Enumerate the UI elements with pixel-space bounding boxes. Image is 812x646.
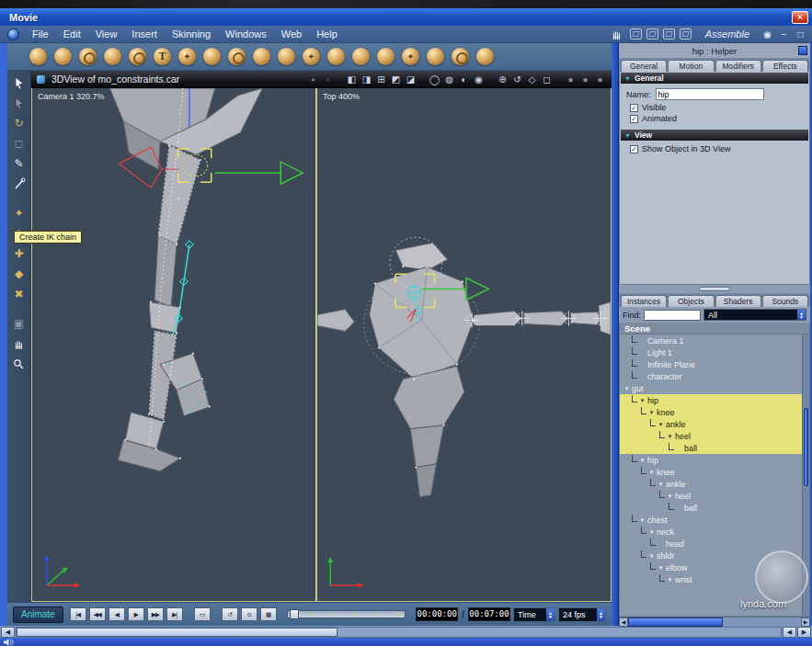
scale-tool-icon[interactable]: ◻ <box>11 136 28 151</box>
find-input[interactable] <box>644 310 701 321</box>
bone-add-tool-icon[interactable]: ✦ <box>11 206 28 221</box>
shade-flat-icon[interactable]: ◐ <box>458 74 470 85</box>
hand-mode-icon[interactable] <box>609 27 625 41</box>
frame-forward-button[interactable]: ▶▶ <box>147 607 164 621</box>
show-object-row[interactable]: Show Object in 3D View <box>621 143 808 154</box>
fps-combo[interactable]: 24 fps ▲▼ <box>558 607 606 622</box>
animated-row[interactable]: Animated <box>621 113 808 124</box>
minimize-icon[interactable]: − <box>778 29 790 40</box>
camera-view-canvas[interactable] <box>32 88 315 601</box>
window-horizontal-scrollbar[interactable]: ◀ ◀ ▶ <box>0 626 812 638</box>
axis-rotate-icon[interactable]: ⊕ <box>497 74 509 85</box>
tree-item[interactable]: Light 1 <box>620 346 802 358</box>
menu-item[interactable]: File <box>25 27 56 41</box>
create-ik-chain-tool-icon[interactable] <box>11 176 28 191</box>
render-mode-1-icon[interactable]: ● <box>565 74 577 85</box>
droplet-tool-icon[interactable] <box>278 48 295 65</box>
tree-item[interactable]: elbow <box>620 561 802 573</box>
menu-item[interactable]: Windows <box>218 27 274 41</box>
title-bar[interactable]: Movie ✕ <box>0 8 812 26</box>
timeline-slider-thumb[interactable] <box>290 609 299 619</box>
menu-item[interactable]: View <box>88 27 125 41</box>
bound-box-icon[interactable]: ◇ <box>526 74 538 85</box>
tree-expand-arrow[interactable] <box>666 492 674 501</box>
bone-delete-tool-icon[interactable]: ✖ <box>11 287 28 301</box>
show-object-checkbox[interactable] <box>630 145 638 153</box>
tree-expand-arrow[interactable] <box>638 348 646 357</box>
sphere-tool-icon[interactable] <box>29 48 47 65</box>
bone-mode-icon[interactable] <box>663 28 675 40</box>
window-scroll-right-icon[interactable]: ▶ <box>797 627 811 638</box>
browser-tab[interactable]: Sounds <box>762 295 808 307</box>
go-to-start-button[interactable]: |◀ <box>70 607 86 621</box>
pan-tool-icon[interactable] <box>11 336 28 351</box>
film-camera-tool-icon[interactable] <box>377 48 395 65</box>
view-section-header[interactable]: ▼ View <box>621 130 808 141</box>
properties-tab[interactable]: General <box>621 60 667 72</box>
menu-item[interactable]: Skinning <box>165 27 218 41</box>
render-mode-3-icon[interactable]: ● <box>594 74 606 85</box>
tree-item[interactable]: Camera 1 <box>620 334 802 346</box>
panel-horizontal-scrollbar[interactable]: ◀ ▶ <box>619 617 810 626</box>
lathe-tool-icon[interactable] <box>54 48 72 65</box>
blossom-tool-icon[interactable] <box>303 48 320 65</box>
play-backward-button[interactable]: ◀ <box>109 607 125 621</box>
animated-checkbox[interactable] <box>630 115 638 123</box>
pen-mode-icon[interactable] <box>646 28 658 40</box>
menu-item[interactable]: Help <box>309 27 345 41</box>
tree-expand-arrow[interactable] <box>638 336 646 346</box>
tree-expand-arrow[interactable] <box>657 539 665 549</box>
tree-item[interactable]: heel <box>620 430 802 442</box>
shade-wireframe-icon[interactable]: ◯ <box>429 74 440 85</box>
window-scroll-left2-icon[interactable]: ◀ <box>783 627 796 638</box>
tree-item[interactable]: heel <box>620 490 802 502</box>
fps-spinner[interactable]: ▲▼ <box>597 608 605 621</box>
scroll-left-icon[interactable]: ◀ <box>619 618 628 627</box>
view-option-a-icon[interactable]: ▪ <box>307 74 319 85</box>
filter-combo[interactable]: All ▲▼ <box>703 309 806 321</box>
tree-expand-arrow[interactable] <box>638 372 646 381</box>
key-mode-button[interactable]: ↺ <box>222 607 238 621</box>
text-tool-icon[interactable] <box>154 48 171 65</box>
onion-skin-button[interactable]: ⊙ <box>241 607 257 621</box>
layout-quad-icon[interactable]: ⊞ <box>375 74 387 85</box>
tree-expand-arrow[interactable] <box>657 563 665 572</box>
tree-item[interactable]: ball <box>620 502 802 514</box>
select-tool-icon[interactable] <box>11 75 28 90</box>
animate-button[interactable]: Animate <box>13 606 63 623</box>
cube-mode-icon[interactable] <box>680 28 692 40</box>
current-time-field[interactable]: 00:00:00 <box>416 607 458 621</box>
panel-splitter-frame[interactable] <box>612 43 618 626</box>
top-view-canvas[interactable] <box>317 88 611 601</box>
end-time-field[interactable]: 00:07:00 <box>468 607 510 621</box>
layout-wide-icon[interactable]: ◪ <box>405 74 417 85</box>
tree-item[interactable]: ball <box>620 442 802 454</box>
lasso-mode-icon[interactable] <box>630 28 642 40</box>
bone-tool-icon[interactable] <box>476 48 494 65</box>
browser-tab[interactable]: Instances <box>621 295 667 307</box>
browser-tab[interactable]: Objects <box>668 295 714 307</box>
tree-item[interactable]: knee <box>620 406 802 418</box>
terrain-tool-icon[interactable] <box>203 48 221 65</box>
go-to-end-button[interactable]: ▶| <box>166 607 183 621</box>
lights-tool-icon[interactable] <box>402 48 419 65</box>
tree-expand-arrow[interactable] <box>666 432 674 441</box>
layout-three-icon[interactable]: ◩ <box>390 74 402 85</box>
section-collapse-icon[interactable]: ▼ <box>624 75 631 82</box>
camera-view-tool-icon[interactable]: ▣ <box>11 316 28 331</box>
tree-item[interactable]: chest <box>620 514 802 526</box>
tree-item[interactable]: wrist <box>620 573 802 585</box>
cone-tool-icon[interactable] <box>327 48 345 65</box>
camera-viewport[interactable]: Camera 1 320.7% <box>32 88 317 601</box>
bone-detach-tool-icon[interactable]: ◆ <box>11 266 28 281</box>
ground-grid-icon[interactable]: ◻ <box>541 74 553 85</box>
edit-tool-icon[interactable]: ✎ <box>11 156 28 171</box>
tree-expand-arrow[interactable] <box>675 444 683 453</box>
tree-expand-arrow[interactable] <box>657 420 665 429</box>
tree-item[interactable]: hip <box>620 394 802 406</box>
time-mode-combo[interactable]: Time ▲▼ <box>513 607 555 622</box>
panel-pin-button[interactable] <box>798 46 807 55</box>
tree-item[interactable]: gut <box>620 382 802 394</box>
tree-expand-arrow[interactable] <box>647 468 656 477</box>
group-select-tool-icon[interactable] <box>11 96 28 110</box>
